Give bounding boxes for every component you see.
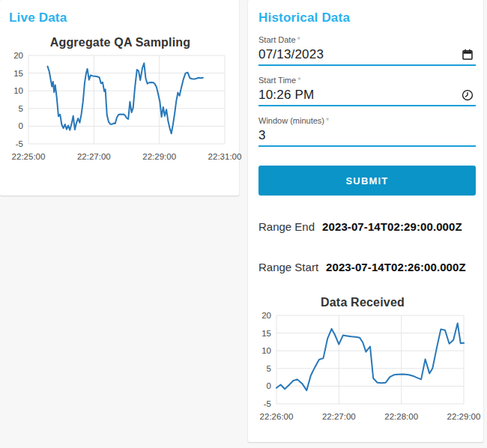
window-minutes-input[interactable]: 3	[258, 127, 476, 147]
range-start-label: Range Start	[258, 261, 318, 273]
required-marker: *	[326, 116, 329, 125]
submit-button[interactable]: SUBMIT	[258, 166, 476, 196]
svg-text:22:25:00: 22:25:00	[12, 152, 46, 161]
svg-text:10: 10	[13, 86, 23, 95]
svg-text:-5: -5	[16, 139, 23, 148]
required-marker: *	[297, 35, 300, 44]
start-time-value[interactable]: 10:26 PM	[258, 88, 314, 103]
live-data-heading: Live Data	[9, 10, 239, 25]
historical-chart-title: Data Received	[249, 296, 476, 309]
range-end-label: Range End	[258, 220, 315, 233]
start-time-label: Start Time*	[258, 76, 476, 85]
window-minutes-value[interactable]: 3	[258, 128, 266, 143]
svg-text:20: 20	[261, 311, 271, 320]
start-date-input[interactable]: 07/13/2023	[258, 46, 476, 66]
svg-text:0: 0	[19, 121, 23, 130]
svg-text:5: 5	[267, 364, 271, 373]
start-date-label-text: Start Date	[258, 35, 296, 44]
live-chart-block: Aggregate QA Sampling -50510152022:25:00…	[1, 36, 239, 163]
required-marker: *	[297, 76, 300, 85]
svg-text:22:29:00: 22:29:00	[447, 412, 481, 421]
range-start-value: 2023-07-14T02:26:00.000Z	[326, 261, 466, 273]
window-minutes-label: Window (minutes)*	[258, 116, 476, 126]
svg-text:5: 5	[19, 104, 23, 113]
svg-text:15: 15	[261, 329, 271, 338]
svg-text:22:27:00: 22:27:00	[322, 412, 356, 421]
range-start-row: Range Start2023-07-14T02:26:00.000Z	[258, 261, 476, 273]
start-date-field: Start Date* 07/13/2023	[258, 35, 476, 66]
svg-text:15: 15	[13, 69, 23, 78]
clock-icon[interactable]	[461, 88, 474, 102]
aggregate-qa-sampling-chart: -50510152022:25:0022:27:0022:29:0022:31:…	[1, 51, 234, 163]
svg-text:22:28:00: 22:28:00	[384, 412, 418, 421]
svg-text:-5: -5	[264, 399, 271, 408]
historical-data-heading: Historical Data	[258, 10, 476, 25]
window-minutes-label-text: Window (minutes)	[258, 116, 324, 125]
historical-chart-block: Data Received -50510152022:26:0022:27:00…	[249, 296, 476, 423]
svg-text:10: 10	[261, 346, 271, 355]
live-data-panel: Live Data Aggregate QA Sampling -5051015…	[0, 0, 239, 196]
data-received-chart: -50510152022:26:0022:27:0022:28:0022:29:…	[249, 311, 476, 423]
start-date-value[interactable]: 07/13/2023	[258, 47, 324, 62]
start-time-label-text: Start Time	[258, 76, 296, 85]
svg-text:22:27:00: 22:27:00	[77, 152, 111, 161]
svg-text:22:26:00: 22:26:00	[260, 412, 294, 421]
range-end-value: 2023-07-14T02:29:00.000Z	[322, 220, 462, 233]
start-date-label: Start Date*	[258, 35, 476, 45]
calendar-icon[interactable]	[461, 48, 474, 61]
live-chart-title: Aggregate QA Sampling	[1, 36, 239, 49]
svg-text:22:31:00: 22:31:00	[208, 152, 242, 161]
start-time-input[interactable]: 10:26 PM	[258, 86, 476, 106]
window-minutes-field: Window (minutes)* 3	[258, 116, 476, 147]
svg-text:22:29:00: 22:29:00	[142, 152, 176, 161]
start-time-field: Start Time* 10:26 PM	[258, 76, 476, 106]
svg-text:0: 0	[267, 381, 271, 390]
svg-text:20: 20	[13, 51, 23, 60]
historical-data-panel: Historical Data Start Date* 07/13/2023 S…	[248, 0, 483, 442]
range-end-row: Range End2023-07-14T02:29:00.000Z	[258, 220, 476, 233]
